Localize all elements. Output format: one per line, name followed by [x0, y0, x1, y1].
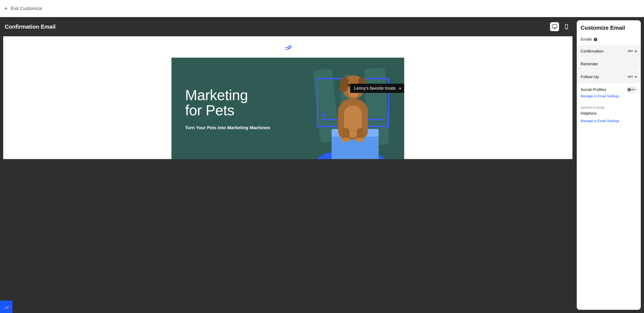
preview-title: Confirmation Email [5, 24, 56, 30]
panel-title: Customize Email [577, 20, 641, 33]
preview-header: Confirmation Email [0, 17, 644, 36]
emails-section-label: Emails ? [577, 33, 641, 44]
status-badge: OFF [628, 50, 637, 53]
arrow-left-icon [4, 6, 8, 11]
email-row-reminder[interactable]: Reminder [577, 58, 641, 70]
desktop-view-button[interactable] [550, 22, 559, 31]
arrow-right-icon [398, 86, 402, 90]
brand-logo-icon [283, 43, 292, 51]
treats-label: Lenny's favorite treats [354, 86, 396, 91]
corner-brand-badge[interactable] [0, 300, 12, 313]
social-toggle[interactable]: OFF [627, 87, 637, 92]
desktop-icon [552, 24, 557, 30]
social-manage-link[interactable]: Manage in Email Settings [580, 94, 619, 98]
social-profiles-block: Social Profiles OFF Manage in Email Sett… [577, 83, 641, 102]
topbar: Exit Customize [0, 0, 644, 17]
email-row-label: Reminder [580, 62, 598, 66]
email-row-followup[interactable]: Follow-Up OFF [577, 70, 641, 83]
brand-swoosh-icon [2, 304, 10, 310]
treats-callout[interactable]: Lenny's favorite treats [350, 84, 404, 93]
social-title: Social Profiles [580, 87, 606, 92]
sender-manage-link[interactable]: Manage in Email Settings [580, 119, 619, 123]
help-icon[interactable]: ? [594, 38, 597, 41]
email-logo-strip [172, 36, 404, 58]
email-row-label: Confirmation [580, 49, 604, 54]
sender-block: SENDER'S NAME Delphine Manage in Email S… [577, 102, 641, 127]
device-toggles [550, 22, 571, 31]
email-hero: Marketing for Pets Turn Your Pets Into M… [172, 58, 404, 159]
sender-name: Delphine [580, 111, 637, 116]
hero-headline: Marketing for Pets [185, 88, 270, 118]
status-badge: OFF [628, 75, 637, 78]
workspace: Confirmation Email Marketing for P [0, 17, 644, 313]
customize-panel: Customize Email Emails ? Confirmation OF… [577, 20, 641, 310]
hero-subhead: Turn Your Pets Into Marketing Machines [185, 125, 270, 130]
email-row-label: Follow-Up [580, 74, 599, 79]
sender-section-label: SENDER'S NAME [580, 106, 637, 109]
email-preview-canvas: Marketing for Pets Turn Your Pets Into M… [3, 36, 572, 159]
mobile-icon [564, 24, 569, 30]
svg-rect-1 [552, 24, 557, 28]
mobile-view-button[interactable] [562, 22, 571, 31]
exit-customize-label: Exit Customize [11, 6, 42, 11]
exit-customize-button[interactable]: Exit Customize [4, 6, 42, 11]
email-row-confirmation[interactable]: Confirmation OFF [577, 44, 641, 58]
hero-illustration [298, 58, 400, 159]
